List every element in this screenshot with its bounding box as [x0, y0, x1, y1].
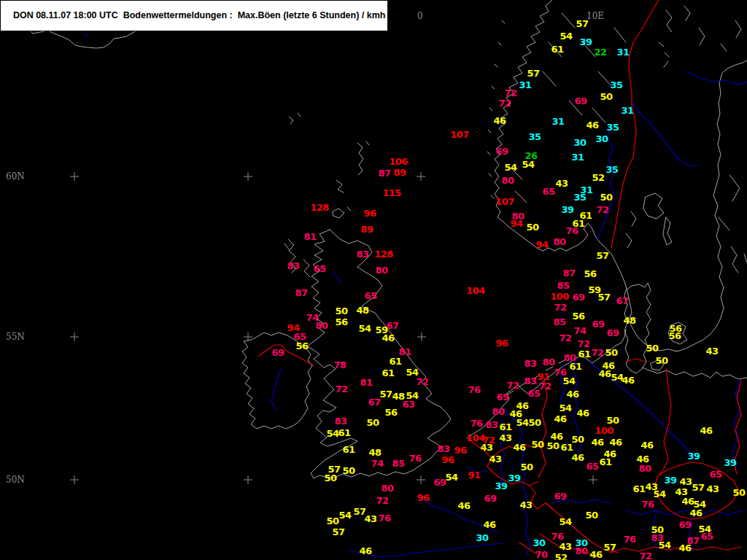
station-gust-value: 72 — [639, 551, 651, 560]
station-gust-value: 46 — [550, 431, 563, 442]
station-gust-value: 50 — [585, 510, 598, 521]
station-gust-value: 91 — [468, 470, 481, 481]
station-gust-value: 57 — [576, 18, 589, 29]
station-gust-value: 46 — [493, 115, 506, 126]
station-gust-value: 72 — [504, 88, 516, 98]
station-gust-value: 50 — [571, 434, 584, 445]
station-gust-value: 76 — [409, 453, 422, 464]
station-gust-value: 72 — [335, 384, 347, 394]
station-gust-value: 39 — [664, 475, 677, 486]
station-gust-value: 54 — [522, 159, 535, 170]
station-gust-value: 22 — [594, 47, 606, 58]
station-gust-value: 65 — [700, 531, 713, 542]
station-gust-value: 46 — [566, 389, 579, 400]
station-gust-value: 48 — [356, 305, 369, 316]
station-gust-value: 69 — [433, 477, 446, 488]
title-bar: DON 08.11.07 18:00 UTC Bodenwettermeldun… — [0, 0, 388, 31]
station-gust-value: 46 — [700, 425, 713, 436]
station-gust-value: 87 — [378, 168, 391, 179]
station-gust-value: 61 — [389, 356, 402, 367]
station-gust-value: 56 — [572, 311, 585, 322]
station-gust-value: 96 — [454, 445, 467, 456]
station-gust-value: 80 — [492, 406, 505, 417]
graticule-label: 50N — [6, 475, 25, 485]
station-gust-value: 94 — [510, 218, 523, 229]
station-gust-value: 46 — [554, 413, 567, 424]
station-gust-value: 61 — [599, 456, 612, 467]
station-gust-value: 57 — [597, 292, 611, 303]
station-gust-value: 69 — [678, 519, 692, 530]
station-gust-value: 57 — [692, 482, 705, 493]
station-gust-value: 72 — [554, 302, 566, 313]
station-gust-value: 65 — [527, 388, 541, 399]
station-gust-value: 46 — [622, 375, 635, 386]
station-gust-value: 94 — [535, 239, 549, 250]
station-gust-value: 128 — [374, 249, 393, 260]
station-gust-value: 76 — [551, 531, 564, 542]
station-gust-value: 30 — [573, 137, 587, 148]
station-gust-value: 69 — [606, 327, 619, 338]
station-gust-value: 72 — [416, 376, 428, 387]
station-gust-value: 54 — [560, 31, 573, 42]
station-gust-value: 83 — [437, 443, 450, 454]
station-gust-value: 96 — [417, 492, 430, 503]
station-gust-value: 61 — [342, 444, 355, 455]
station-gust-value: 46 — [681, 496, 694, 507]
station-gust-value: 80 — [501, 175, 514, 186]
station-gust-value: 43 — [679, 476, 692, 487]
station-gust-value: 74 — [573, 325, 587, 336]
station-gust-value: 69 — [271, 347, 285, 358]
station-gust-value: 39 — [495, 481, 508, 491]
station-gust-value: 87 — [295, 287, 308, 298]
station-gust-value: 76 — [468, 384, 481, 395]
station-gust-value: 46 — [586, 120, 599, 131]
station-gust-value: 65 — [364, 290, 377, 301]
station-gust-value: 54 — [658, 540, 671, 551]
station-gust-value: 54 — [445, 472, 458, 483]
station-gust-value: 43 — [364, 513, 377, 524]
station-gust-value: 39 — [687, 451, 700, 462]
station-gust-value: 54 — [338, 510, 352, 521]
station-gust-value: 61 — [578, 349, 591, 359]
station-gust-value: 54 — [653, 489, 666, 499]
station-gust-value: 76 — [641, 499, 654, 510]
station-gust-value: 30 — [595, 133, 608, 144]
station-gust-value: 35 — [605, 164, 619, 175]
station-gust-value: 43 — [706, 483, 719, 494]
station-gust-value: 96 — [441, 454, 454, 465]
graticule-label: 60N — [6, 171, 25, 182]
station-gust-value: 35 — [606, 122, 619, 133]
station-gust-value: 76 — [378, 513, 391, 524]
station-gust-value: 83 — [356, 249, 369, 260]
station-gust-value: 63 — [402, 399, 415, 410]
station-gust-value: 57 — [332, 526, 345, 537]
station-gust-value: 61 — [499, 421, 512, 432]
station-gust-value: 54 — [504, 162, 517, 173]
station-gust-value: 76 — [623, 534, 636, 545]
station-gust-value: 67 — [386, 320, 399, 331]
station-gust-value: 80 — [638, 463, 651, 474]
map-title: DON 08.11.07 18:00 UTC Bodenwettermeldun… — [13, 10, 386, 20]
station-gust-value: 83 — [334, 416, 347, 427]
station-gust-value: 30 — [476, 532, 489, 543]
station-gust-value: 61 — [569, 361, 582, 372]
station-gust-value: 50 — [655, 355, 668, 366]
station-gust-value: 50 — [646, 343, 659, 354]
station-gust-value: 50 — [335, 306, 348, 316]
station-gust-value: 115 — [382, 187, 401, 198]
station-gust-value: 43 — [705, 346, 719, 357]
station-gust-value: 69 — [495, 146, 508, 157]
station-gust-value: 54 — [358, 323, 371, 334]
station-gust-value: 85 — [557, 280, 570, 291]
station-gust-value: 57 — [527, 68, 540, 79]
weather-map: 20W10W010E60N55N50N 57543961223157317272… — [0, 0, 747, 560]
station-gust-value: 46 — [359, 545, 372, 556]
station-gust-value: 31 — [571, 152, 584, 163]
station-gust-value: 50 — [606, 415, 619, 426]
station-gust-value: 43 — [489, 454, 502, 464]
station-gust-value: 57 — [603, 542, 616, 553]
station-gust-value: 56 — [335, 316, 348, 327]
station-gust-value: 30 — [533, 537, 546, 548]
station-gust-value: 76 — [565, 225, 578, 236]
station-gust-value: 67 — [616, 295, 629, 306]
